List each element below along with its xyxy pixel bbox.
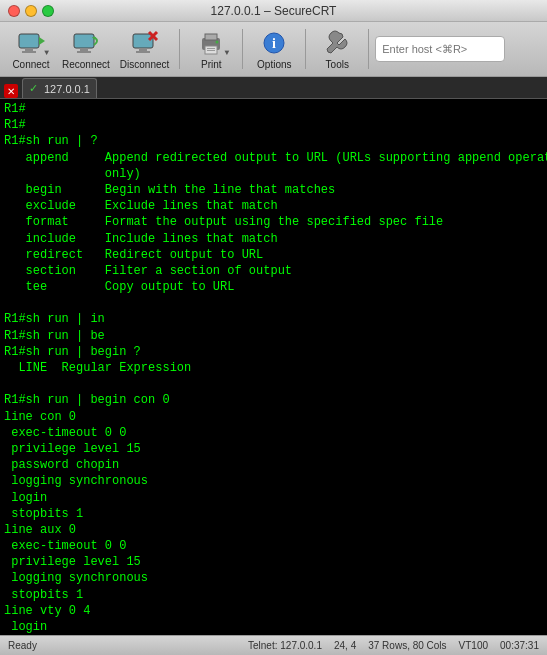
- print-button[interactable]: ▼ Print: [186, 26, 236, 72]
- svg-text:i: i: [272, 36, 276, 51]
- status-terminal: VT100: [459, 640, 488, 651]
- status-connection: Telnet: 127.0.0.1: [248, 640, 322, 651]
- reconnect-button[interactable]: Reconnect: [58, 26, 114, 72]
- connect-icon: ▼: [17, 29, 45, 57]
- options-icon: i: [260, 29, 288, 57]
- print-icon: ▼: [197, 29, 225, 57]
- minimize-button[interactable]: [25, 5, 37, 17]
- status-ready: Ready: [8, 640, 37, 651]
- connect-label: Connect: [12, 59, 49, 70]
- svg-rect-17: [207, 50, 215, 51]
- terminal-output: R1# R1# R1#sh run | ? append Append redi…: [4, 101, 543, 635]
- disconnect-icon: [131, 29, 159, 57]
- svg-marker-3: [39, 37, 45, 45]
- tools-button[interactable]: Tools: [312, 26, 362, 72]
- status-left: Ready: [8, 640, 37, 651]
- svg-rect-1: [25, 48, 33, 51]
- svg-rect-5: [80, 48, 88, 51]
- disconnect-label: Disconnect: [120, 59, 169, 70]
- separator-1: [179, 29, 180, 69]
- svg-rect-4: [74, 34, 94, 48]
- status-size: 37 Rows, 80 Cols: [368, 640, 446, 651]
- svg-rect-0: [19, 34, 39, 48]
- status-right: Telnet: 127.0.0.1 24, 4 37 Rows, 80 Cols…: [248, 640, 539, 651]
- separator-3: [305, 29, 306, 69]
- connect-button[interactable]: ▼ Connect: [6, 26, 56, 72]
- disconnect-button[interactable]: Disconnect: [116, 26, 173, 72]
- host-input[interactable]: [375, 36, 505, 62]
- tab-label: 127.0.0.1: [44, 83, 90, 95]
- status-bar: Ready Telnet: 127.0.0.1 24, 4 37 Rows, 8…: [0, 635, 547, 655]
- separator-2: [242, 29, 243, 69]
- options-label: Options: [257, 59, 291, 70]
- tab-session[interactable]: ✓ 127.0.0.1: [22, 78, 97, 98]
- tab-close-button[interactable]: ✕: [4, 84, 18, 98]
- window-title: 127.0.0.1 – SecureCRT: [211, 4, 337, 18]
- options-button[interactable]: i Options: [249, 26, 299, 72]
- print-dropdown-arrow: ▼: [224, 48, 229, 57]
- toolbar: ▼ Connect Reconnect Disco: [0, 22, 547, 77]
- svg-rect-9: [139, 48, 147, 51]
- print-label: Print: [201, 59, 222, 70]
- reconnect-label: Reconnect: [62, 59, 110, 70]
- title-bar: 127.0.0.1 – SecureCRT: [0, 0, 547, 22]
- connect-dropdown-arrow: ▼: [44, 48, 49, 57]
- status-time: 00:37:31: [500, 640, 539, 651]
- window-controls[interactable]: [8, 5, 54, 17]
- svg-rect-6: [77, 51, 91, 53]
- status-cursor: 24, 4: [334, 640, 356, 651]
- reconnect-icon: [72, 29, 100, 57]
- close-button[interactable]: [8, 5, 20, 17]
- svg-point-18: [216, 40, 219, 43]
- terminal-area[interactable]: R1# R1# R1#sh run | ? append Append redi…: [0, 99, 547, 635]
- tab-bar: ✕ ✓ 127.0.0.1: [0, 77, 547, 99]
- svg-rect-14: [205, 34, 217, 40]
- maximize-button[interactable]: [42, 5, 54, 17]
- svg-rect-2: [22, 51, 36, 53]
- svg-rect-16: [207, 48, 215, 49]
- svg-rect-10: [136, 51, 150, 53]
- separator-4: [368, 29, 369, 69]
- tools-label: Tools: [326, 59, 349, 70]
- tools-icon: [323, 29, 351, 57]
- tab-status-icon: ✓: [29, 82, 38, 95]
